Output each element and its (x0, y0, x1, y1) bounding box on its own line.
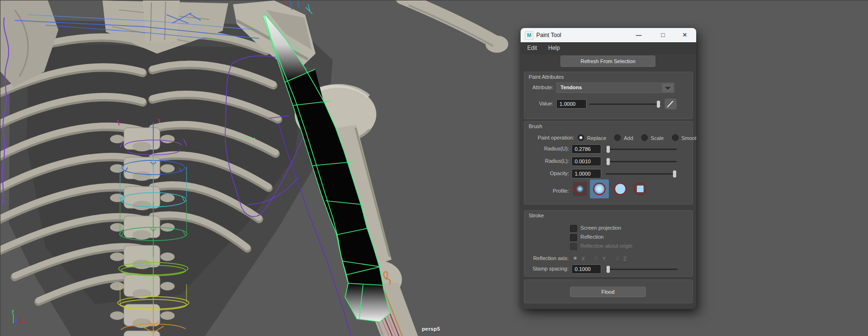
axis-x-radio (572, 255, 579, 261)
screen-projection-label: Screen projection (580, 225, 621, 231)
opacity-slider-handle[interactable] (673, 170, 676, 177)
maya-3d-viewport[interactable]: y z x persp5 M Paint Tool — □ ✕ Edit Hel… (0, 0, 868, 336)
reflection-label: Reflection (580, 234, 604, 240)
radio-smooth-label: Smooth (681, 135, 696, 141)
reflection-axis-label: Reflection axis: (524, 255, 569, 261)
radius-u-input[interactable]: 0.2786 (571, 144, 601, 154)
radio-add-label: Add (624, 135, 633, 141)
profile-solid-button[interactable] (613, 182, 627, 196)
radio-add[interactable] (614, 134, 621, 141)
value-label: Value: (524, 101, 553, 106)
reflection-about-origin-checkbox (570, 243, 577, 250)
radius-u-slider[interactable] (606, 149, 677, 150)
stamp-spacing-input[interactable]: 0.1000 (571, 264, 601, 274)
window-title: Paint Tool (536, 32, 561, 38)
radius-l-slider[interactable] (606, 161, 677, 162)
chevron-down-icon (665, 87, 671, 90)
radius-u-slider-handle[interactable] (607, 146, 610, 153)
radio-scale-label: Scale (651, 135, 664, 141)
profile-gaussian-button[interactable] (573, 182, 587, 196)
profile-square-button[interactable] (633, 182, 647, 196)
axis-triad: y z x (6, 307, 35, 328)
window-titlebar[interactable]: M Paint Tool — □ ✕ (521, 28, 696, 42)
menu-help[interactable]: Help (548, 45, 560, 51)
brush-group: Brush Paint operation: Replace Add Scale… (524, 121, 693, 205)
attribute-dropdown[interactable]: Tendons (556, 83, 674, 93)
radius-l-slider-handle[interactable] (607, 158, 610, 165)
eyedropper-button[interactable] (665, 99, 676, 109)
viewport-scene (0, 0, 868, 336)
paint-attributes-group: Paint Attributes Attribute: Tendons Valu… (524, 72, 693, 119)
value-slider[interactable] (589, 103, 661, 105)
paint-tool-window: M Paint Tool — □ ✕ Edit Help Refresh Fro… (521, 28, 696, 309)
axis-y-radio (593, 255, 599, 261)
maximize-button[interactable]: □ (656, 28, 670, 42)
attribute-dropdown-value: Tendons (560, 84, 582, 90)
radius-l-input[interactable]: 0.0010 (571, 157, 601, 166)
stamp-spacing-slider[interactable] (606, 269, 678, 270)
dropdown-button[interactable] (662, 84, 673, 92)
radio-scale[interactable] (641, 134, 648, 141)
flood-panel: Flood (524, 280, 693, 303)
axis-y-radio-label: Y (602, 256, 606, 261)
brush-title: Brush (529, 123, 542, 129)
stroke-title: Stroke (529, 213, 544, 218)
reflection-checkbox[interactable] (570, 234, 577, 241)
profile-label: Profile: (524, 188, 569, 194)
maya-app-icon: M (525, 31, 533, 40)
reflection-about-origin-label: Reflection about origin (580, 243, 632, 249)
radio-replace-label: Replace (587, 135, 606, 141)
axis-z-radio-label: Z (624, 256, 627, 261)
opacity-input[interactable]: 1.0000 (571, 169, 601, 178)
radius-u-label: Radius(U): (524, 146, 569, 151)
opacity-label: Opacity: (524, 170, 569, 176)
axis-z-radio (614, 255, 621, 261)
axis-x-radio-label: X (581, 256, 585, 261)
refresh-from-selection-button[interactable]: Refresh From Selection (560, 56, 655, 67)
eyedropper-icon (665, 99, 676, 109)
window-menubar: Edit Help (521, 42, 696, 55)
screen-projection-checkbox[interactable] (570, 225, 577, 232)
radio-smooth[interactable] (672, 134, 679, 141)
attribute-label: Attribute: (524, 84, 553, 90)
radius-l-label: Radius(L): (524, 158, 569, 164)
stroke-group: Stroke Screen projection Reflection Refl… (524, 210, 693, 277)
value-slider-handle[interactable] (657, 101, 660, 108)
paint-operation-label: Paint operation: (524, 135, 574, 140)
minimize-button[interactable]: — (632, 28, 646, 42)
paint-attributes-title: Paint Attributes (529, 74, 564, 80)
menu-edit[interactable]: Edit (527, 45, 537, 51)
close-button[interactable]: ✕ (678, 28, 692, 42)
axis-z-label: z (15, 317, 18, 323)
radio-replace[interactable] (578, 134, 584, 141)
profile-soft-button[interactable] (592, 182, 607, 196)
value-input[interactable]: 1.0000 (556, 99, 587, 109)
flood-button[interactable]: Flood (570, 287, 646, 297)
axis-y-label: y (11, 308, 14, 314)
opacity-slider[interactable] (606, 173, 677, 175)
stamp-spacing-slider-handle[interactable] (607, 266, 610, 273)
camera-label: persp5 (422, 326, 440, 332)
stamp-spacing-label: Stamp spacing: (524, 266, 569, 271)
axis-x-label: x (20, 317, 23, 323)
